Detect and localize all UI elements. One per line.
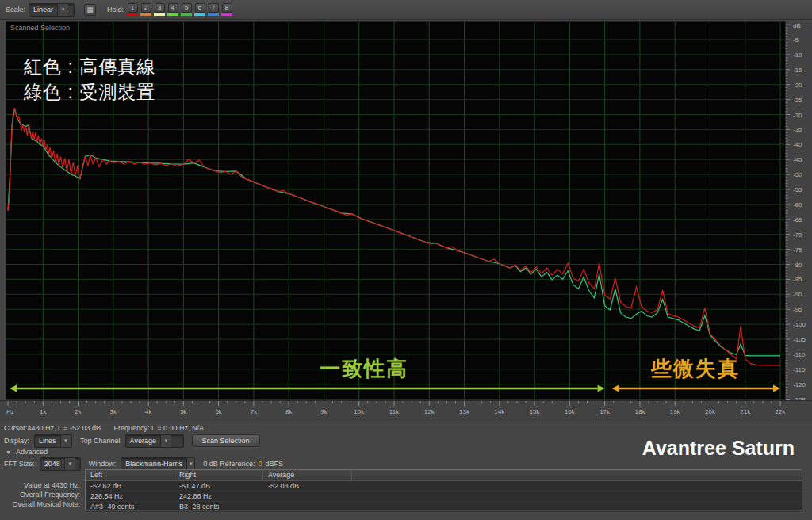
advanced-toggle[interactable]: ▼ Advanced bbox=[6, 448, 48, 456]
fft-controls-row: FFT Size: 2048 ▼ Window: Blackmann-Harri… bbox=[4, 457, 283, 470]
hold-button-2[interactable]: 2 bbox=[141, 3, 151, 13]
window-value: Blackmann-Harris bbox=[121, 460, 186, 468]
table-cell bbox=[263, 502, 352, 511]
y-tick-label: -75 bbox=[793, 247, 802, 254]
cursor-readout: Cursor:4430 Hz, L = -52.03 dB bbox=[4, 424, 101, 432]
legend-note: 紅色 : 高傳真線 綠色 : 受測裝置 bbox=[24, 54, 155, 105]
fft-size-label: FFT Size: bbox=[4, 460, 35, 468]
y-tick-label: -50 bbox=[793, 171, 802, 178]
x-tick-label: 14k bbox=[494, 408, 504, 415]
frequency-ruler-ticks bbox=[0, 401, 812, 421]
advanced-label: Advanced bbox=[16, 448, 48, 456]
hold-slot-2: 2 bbox=[140, 3, 151, 16]
spectrum-plot[interactable]: Scanned Selection 紅色 : 高傳真線 綠色 : 受測裝置 一致… bbox=[6, 22, 785, 400]
x-tick-label: 5k bbox=[180, 408, 186, 415]
cursor-status-line: Cursor:4430 Hz, L = -52.03 dB Frequency:… bbox=[4, 424, 215, 432]
copy-settings-icon[interactable]: ▦ bbox=[84, 4, 96, 16]
x-tick-label: 7k bbox=[251, 408, 257, 415]
table-column-header: Left bbox=[86, 470, 174, 480]
hold-color-swatch bbox=[154, 13, 165, 16]
stats-table: LeftRightAverage -52.62 dB-51.47 dB-52.0… bbox=[85, 469, 802, 510]
y-tick-label: -60 bbox=[793, 201, 802, 208]
hold-button-3[interactable]: 3 bbox=[155, 3, 165, 13]
fft-size-value: 2048 bbox=[40, 460, 64, 468]
scan-selection-button[interactable]: Scan Selection bbox=[192, 434, 260, 447]
hold-label: Hold: bbox=[107, 6, 124, 13]
x-tick-label: 6k bbox=[215, 408, 221, 415]
chevron-down-icon: ▼ bbox=[57, 4, 68, 16]
hold-color-swatch bbox=[167, 13, 178, 16]
display-controls-row: Display: Lines ▼ Top Channel Average ▼ S… bbox=[4, 434, 260, 447]
display-label: Display: bbox=[4, 437, 29, 445]
db-ruler-ticks bbox=[786, 22, 812, 400]
hold-buttons: 12345678 bbox=[127, 3, 235, 16]
reference-value: 0 bbox=[258, 460, 262, 468]
x-tick-label: 3k bbox=[110, 408, 117, 415]
db-ruler[interactable]: dB-5-10-15-20-25-30-35-40-45-50-55-60-65… bbox=[785, 22, 812, 400]
x-tick-label: 11k bbox=[389, 408, 399, 415]
x-tick-label: 4k bbox=[145, 408, 151, 415]
table-row-label: Value at 4430 Hz: bbox=[0, 481, 80, 489]
x-tick-label: 10k bbox=[354, 408, 364, 415]
hold-button-8[interactable]: 8 bbox=[222, 3, 232, 13]
reference-label: 0 dB Reference: bbox=[203, 460, 255, 468]
hold-button-1[interactable]: 1 bbox=[128, 3, 138, 13]
y-tick-label: -45 bbox=[793, 156, 802, 163]
display-dropdown[interactable]: Lines ▼ bbox=[34, 434, 72, 448]
table-cell bbox=[263, 491, 352, 501]
hold-button-4[interactable]: 4 bbox=[168, 3, 178, 13]
range-annotation-label-1: 些微失真 bbox=[651, 355, 740, 383]
scale-label: Scale: bbox=[6, 6, 25, 13]
frequency-analysis-window: Scale: Linear ▼ ▦ Hold: 12345678 Scanned… bbox=[0, 0, 812, 520]
x-tick-label: 16k bbox=[565, 408, 575, 415]
window-label: Window: bbox=[89, 460, 117, 468]
hold-color-swatch bbox=[194, 13, 205, 16]
brand-watermark: Avantree Saturn bbox=[642, 437, 795, 460]
x-tick-label: 21k bbox=[740, 408, 750, 415]
y-tick-label: -10 bbox=[793, 52, 802, 59]
scale-dropdown[interactable]: Linear ▼ bbox=[29, 3, 75, 17]
hold-button-7[interactable]: 7 bbox=[209, 3, 219, 13]
y-tick-label: -110 bbox=[793, 351, 805, 358]
hold-slot-3: 3 bbox=[154, 3, 165, 16]
hold-button-6[interactable]: 6 bbox=[195, 3, 205, 13]
hold-color-swatch bbox=[181, 13, 192, 16]
table-row: -52.62 dB-51.47 dB-52.03 dB bbox=[86, 481, 802, 491]
table-cell: -51.47 dB bbox=[174, 481, 263, 491]
y-tick-label: -65 bbox=[793, 216, 802, 224]
table-row: A#3 -49 centsB3 -28 cents bbox=[86, 502, 802, 512]
hold-button-5[interactable]: 5 bbox=[182, 3, 192, 13]
x-tick-label: 12k bbox=[424, 408, 435, 415]
scale-value: Linear bbox=[29, 6, 57, 13]
collapse-triangle-icon: ▼ bbox=[6, 449, 11, 455]
range-annotation-label-0: 一致性高 bbox=[320, 355, 408, 383]
toolbar: Scale: Linear ▼ ▦ Hold: 12345678 bbox=[0, 0, 812, 20]
y-tick-label: -25 bbox=[793, 97, 802, 104]
y-tick-label: dB bbox=[793, 22, 801, 29]
x-tick-label: Hz bbox=[6, 408, 14, 415]
x-tick-label: 8k bbox=[285, 408, 292, 415]
window-dropdown[interactable]: Blackmann-Harris ▼ bbox=[121, 457, 195, 471]
scanned-selection-tab: Scanned Selection bbox=[10, 24, 70, 32]
y-tick-label: -90 bbox=[793, 291, 802, 298]
y-tick-label: -100 bbox=[793, 321, 806, 328]
x-tick-label: 19k bbox=[670, 408, 680, 415]
table-cell: -52.03 dB bbox=[263, 481, 352, 491]
stats-table-section: LeftRightAverage -52.62 dB-51.47 dB-52.0… bbox=[0, 469, 804, 510]
y-tick-label: -40 bbox=[793, 141, 802, 148]
frequency-ruler[interactable]: Hz1k2k3k4k5k6k7k8k9k10k11k12k13k14k15k16… bbox=[0, 400, 812, 421]
hold-slot-1: 1 bbox=[127, 3, 138, 16]
table-row-label: Overall Frequency: bbox=[0, 491, 80, 499]
table-cell: -52.62 dB bbox=[86, 481, 174, 491]
stats-table-header: LeftRightAverage bbox=[86, 470, 802, 481]
legend-note-line1: 紅色 : 高傳真線 bbox=[24, 54, 155, 79]
table-cell: 242.86 Hz bbox=[174, 491, 263, 501]
top-channel-dropdown[interactable]: Average ▼ bbox=[125, 434, 184, 448]
table-cell: A#3 -49 cents bbox=[86, 502, 174, 511]
hold-slot-4: 4 bbox=[167, 3, 178, 16]
x-tick-label: 1k bbox=[40, 408, 46, 415]
fft-size-dropdown[interactable]: 2048 ▼ bbox=[40, 457, 81, 471]
y-tick-label: -30 bbox=[793, 112, 802, 119]
chevron-down-icon: ▼ bbox=[186, 458, 194, 470]
y-tick-label: -35 bbox=[793, 126, 802, 133]
